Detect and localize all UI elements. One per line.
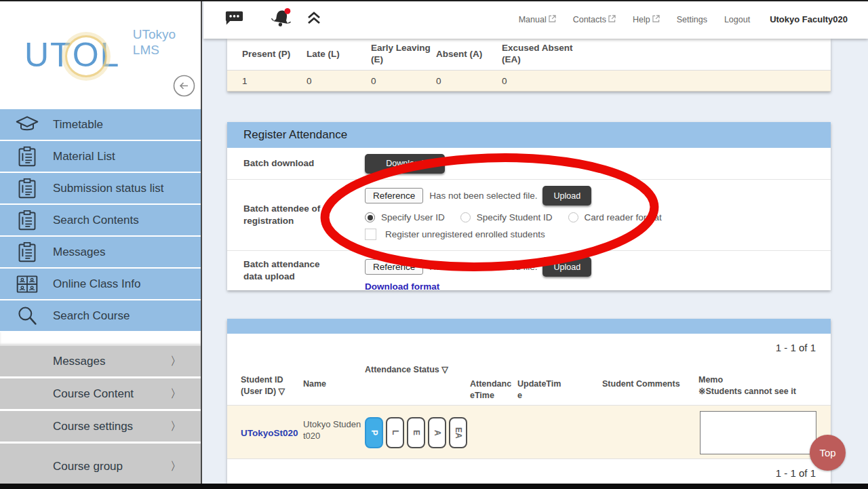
class-grid-icon [12,274,42,294]
sidebar-item-online-class-info[interactable]: Online Class Info [0,269,201,300]
chevron-right-icon: 〉 [170,418,182,434]
sidebar-item-course-group[interactable]: Course group 〉 [0,444,201,489]
sidebar-item-submission-status-list[interactable]: Submission status list [0,173,201,205]
external-link-icon [608,15,616,24]
summary-value-early-leaving: 0 [371,71,436,91]
radio-card-reader-format[interactable]: Card reader format [568,212,662,222]
radio-specify-student-id[interactable]: Specify Student ID [460,212,553,222]
sidebar-item-label: Course group [53,460,123,473]
sidebar-item-timetable[interactable]: Timetable [0,109,201,141]
batch-attendee-registration-row: Batch attendee of registration Reference… [227,180,831,251]
external-link-icon [549,15,556,24]
sidebar-item-label: Submission status list [53,182,163,195]
collapse-header-button[interactable] [306,11,322,28]
contacts-link[interactable]: Contacts [573,15,616,24]
table-header-strip [227,319,831,334]
radio-unselected-icon [568,212,578,222]
reference-file-button[interactable]: Reference [365,259,423,275]
sidebar-item-search-contents[interactable]: Search Contents [0,205,201,237]
reference-file-button[interactable]: Reference [365,188,423,203]
register-attendance-panel: Register Attendance Batch download Downl… [227,122,831,290]
sidebar-item-course-messages[interactable]: Messages 〉 [0,346,201,378]
sidebar-item-material-list[interactable]: Material List [0,141,201,173]
notifications-button[interactable] [269,7,294,31]
summary-value-late: 0 [307,71,371,91]
summary-header-row: Present (P) Late (L) Early Leaving (E) A… [227,39,831,71]
settings-link[interactable]: Settings [677,15,707,24]
sidebar-item-label: Messages [53,355,105,368]
student-id-link[interactable]: UTokyoSt020 [241,428,298,438]
sidebar-logo-area: UTOL UTokyo LMS [0,0,201,109]
summary-header: Late (L) [307,39,371,70]
attendance-summary-table: Present (P) Late (L) Early Leaving (E) A… [227,39,831,92]
sidebar-item-label: Material List [53,150,115,163]
row-label: Batch attendance data upload [243,258,332,282]
checkbox-label: Register unregistered enrolled students [385,229,545,239]
download-format-link[interactable]: Download format [365,281,439,292]
status-button-early-leaving[interactable]: E [407,417,425,448]
manual-link[interactable]: Manual [519,15,556,24]
sidebar-item-label: Timetable [53,118,103,132]
logo-subtitle: UTokyo LMS [133,27,176,58]
upload-button[interactable]: Upload [542,186,591,206]
column-header-name: Name [303,378,326,390]
download-button[interactable]: Download [365,154,445,174]
sidebar: UTOL UTokyo LMS Timetable Material List [0,0,202,489]
result-count: 1 - 1 of 1 [776,467,816,479]
no-file-selected-text: Has not been selected file. [429,191,537,201]
status-button-absent[interactable]: A [428,417,446,448]
register-unregistered-checkbox[interactable] [365,229,376,240]
radio-specify-user-id[interactable]: Specify User ID [365,212,445,222]
double-chevron-up-icon [306,11,322,28]
column-header-attendance-time: Attendanc eTime [470,378,517,402]
graduation-cap-icon [12,115,42,135]
help-link[interactable]: Help [633,15,660,24]
status-button-late[interactable]: L [386,417,404,448]
status-button-present[interactable]: P [365,417,383,448]
column-header-attendance-status[interactable]: Attendance Status ▽ [365,364,448,376]
radio-unselected-icon [460,212,471,222]
chat-messages-button[interactable] [224,9,245,30]
top-navigation: Manual Contacts Help Settings Logout Uto… [519,14,848,24]
topbar: Manual Contacts Help Settings Logout Uto… [203,0,868,39]
logo-text: UT [24,36,73,74]
clipboard-icon [12,210,42,231]
sidebar-item-label: Course Content [53,387,134,401]
app-root: UTOL UTokyo LMS Timetable Material List [0,0,868,489]
row-label: Batch download [243,157,332,170]
status-button-excused-absent[interactable]: EA [449,417,467,448]
sidebar-section-divider [0,332,201,346]
batch-attendance-data-upload-row: Batch attendance data upload Reference H… [227,251,831,290]
sidebar-item-course-content[interactable]: Course Content 〉 [0,378,201,411]
sidebar-item-course-settings[interactable]: Course settings 〉 [0,411,201,444]
summary-header: Excused Absent (EA) [502,39,578,70]
radio-selected-icon [365,212,375,222]
notification-dot [284,8,290,14]
student-name: Utokyo Studen t020 [303,419,363,442]
sidebar-item-label: Messages [53,246,105,259]
scroll-to-top-button[interactable]: Top [810,435,846,471]
summary-value-row: 1 0 0 0 0 [227,71,831,92]
column-header-update-time: UpdateTim e [517,378,565,402]
column-header-memo: Memo ※Students cannot see it [698,374,824,397]
student-row: UTokyoSt020 Utokyo Studen t020 P L E A E… [227,405,831,459]
window-top-edge [0,0,868,1]
result-count: 1 - 1 of 1 [776,342,816,353]
memo-input[interactable] [700,411,816,454]
sidebar-item-search-course[interactable]: Search Course [0,300,201,332]
clipboard-icon [12,146,42,168]
chevron-right-icon: 〉 [170,458,182,474]
sidebar-collapse-button[interactable] [173,75,195,97]
upload-button[interactable]: Upload [542,257,591,277]
bell-icon [269,7,294,31]
logout-link[interactable]: Logout [724,15,750,24]
external-link-icon [652,15,660,24]
column-header-student-id[interactable]: Student ID (User ID) ▽ [241,374,305,397]
summary-value-present: 1 [227,71,307,91]
summary-header: Early Leaving (E) [371,39,436,70]
sidebar-item-messages[interactable]: Messages [0,237,201,269]
sidebar-item-label: Online Class Info [53,277,140,291]
clipboard-icon [12,178,42,199]
no-file-selected-text: Has not been selected file. [429,262,537,272]
summary-header: Present (P) [227,39,307,70]
